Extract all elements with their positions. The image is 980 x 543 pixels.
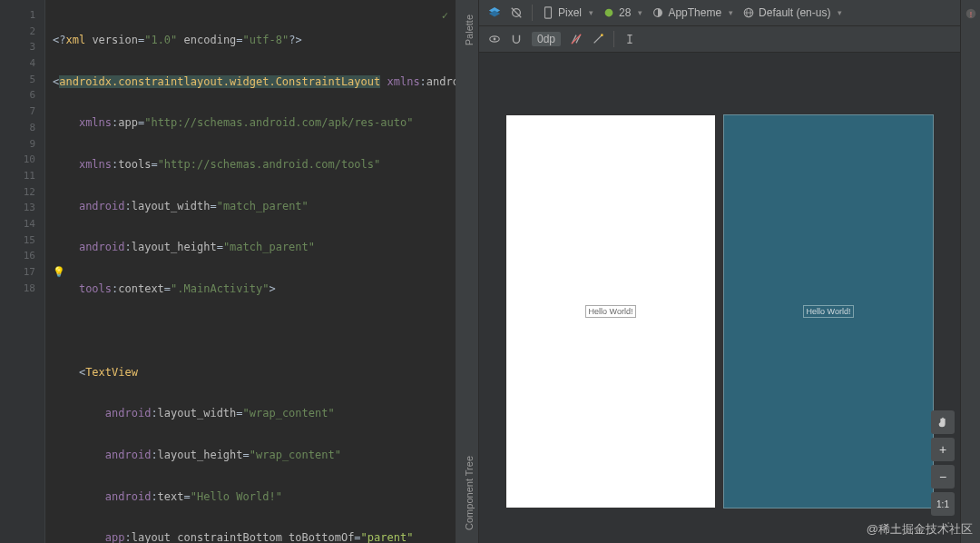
guidelines-button[interactable] bbox=[623, 33, 636, 45]
design-surface-button[interactable] bbox=[488, 6, 501, 19]
text-cursor-icon bbox=[623, 33, 636, 45]
warning-icon: ! bbox=[965, 7, 977, 20]
zoom-reset-button[interactable]: 1:1 bbox=[931, 492, 955, 516]
code-area[interactable]: <?xml version="1.0" encoding="utf-8"?> <… bbox=[45, 0, 456, 543]
clear-constraints-button[interactable] bbox=[570, 33, 583, 45]
design-toolbar: Pixel 28 AppTheme Default (en-us) bbox=[479, 0, 960, 26]
xml-editor[interactable]: 1 2 3 4 5 6 7 8 9 10 11 12 13 14 15 16 1… bbox=[0, 0, 456, 543]
palette-sidebar[interactable]: Palette Component Tree bbox=[459, 0, 479, 543]
wand-icon bbox=[592, 33, 604, 45]
phone-icon bbox=[542, 6, 554, 19]
api-label: 28 bbox=[619, 6, 631, 19]
textview-preview[interactable]: Hello World! bbox=[585, 305, 637, 318]
design-surfaces[interactable]: Hello World! Hello World! ⋰ + − 1:1 bbox=[479, 53, 960, 543]
device-selector[interactable]: Pixel bbox=[542, 6, 593, 19]
margin-selector[interactable]: 0dp bbox=[532, 32, 561, 46]
design-frame-blueprint[interactable]: Hello World! bbox=[723, 114, 934, 508]
margin-label: 0dp bbox=[532, 32, 561, 46]
svg-line-13 bbox=[594, 35, 603, 44]
zoom-out-button[interactable]: − bbox=[931, 465, 955, 489]
locale-selector[interactable]: Default (en-us) bbox=[742, 6, 842, 19]
theme-selector[interactable]: AppTheme bbox=[652, 6, 733, 19]
analysis-ok-icon: ✓ bbox=[442, 9, 448, 22]
component-tree-label[interactable]: Component Tree bbox=[464, 456, 475, 530]
infer-constraints-button[interactable] bbox=[592, 33, 604, 45]
android-icon bbox=[603, 6, 615, 19]
lightbulb-icon[interactable]: 💡 bbox=[53, 266, 65, 278]
pan-button[interactable] bbox=[931, 410, 955, 434]
globe-icon bbox=[742, 6, 755, 19]
design-frame-light[interactable]: Hello World! bbox=[505, 114, 716, 508]
rotate-icon bbox=[510, 6, 523, 19]
layout-decor-button[interactable] bbox=[510, 33, 523, 45]
magnet-icon bbox=[510, 33, 523, 45]
svg-point-14 bbox=[601, 34, 603, 36]
separator bbox=[532, 5, 533, 21]
svg-line-3 bbox=[512, 8, 522, 18]
zoom-in-button[interactable]: + bbox=[931, 438, 955, 461]
textview-blueprint[interactable]: Hello World! bbox=[803, 305, 855, 318]
clear-icon bbox=[570, 33, 583, 45]
eye-icon bbox=[488, 33, 501, 45]
attributes-sidebar[interactable]: ! bbox=[960, 0, 980, 543]
palette-label[interactable]: Palette bbox=[464, 15, 475, 45]
device-label: Pixel bbox=[558, 6, 582, 19]
design-toolbar-2: 0dp bbox=[479, 26, 960, 53]
layers-icon bbox=[488, 6, 501, 19]
line-gutter: 1 2 3 4 5 6 7 8 9 10 11 12 13 14 15 16 1… bbox=[0, 0, 45, 543]
view-options-button[interactable] bbox=[488, 33, 501, 45]
svg-rect-4 bbox=[545, 7, 552, 18]
watermark-text: @稀土掘金技术社区 bbox=[867, 521, 973, 538]
theme-icon bbox=[652, 6, 664, 19]
api-selector[interactable]: 28 bbox=[603, 6, 642, 19]
orientation-button[interactable] bbox=[510, 6, 523, 19]
svg-point-11 bbox=[494, 38, 496, 41]
locale-label: Default (en-us) bbox=[759, 6, 830, 19]
zoom-controls: + − 1:1 bbox=[931, 410, 955, 516]
svg-text:!: ! bbox=[970, 10, 972, 19]
separator bbox=[613, 31, 614, 47]
hand-icon bbox=[936, 416, 949, 429]
design-panel: Palette Component Tree Pixel bbox=[459, 0, 980, 543]
svg-point-5 bbox=[605, 9, 613, 17]
theme-label: AppTheme bbox=[668, 6, 721, 19]
